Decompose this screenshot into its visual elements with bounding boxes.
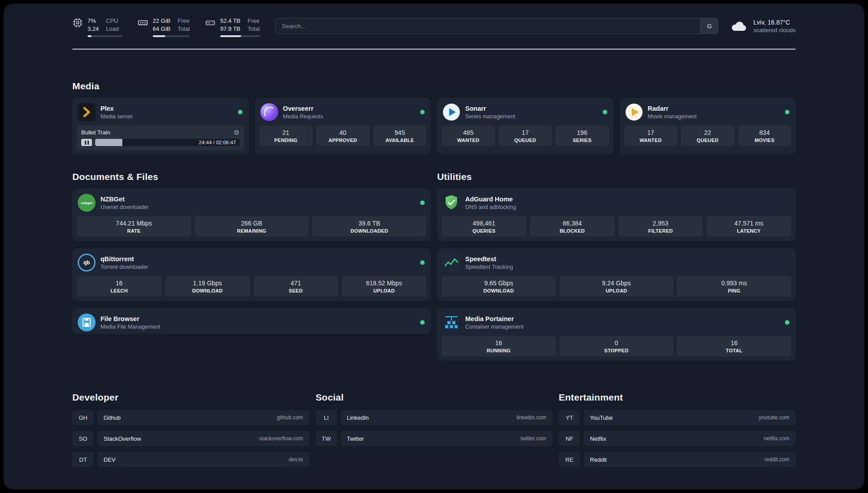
section-title-media: Media: [72, 81, 796, 92]
stat-value: 471: [291, 280, 301, 287]
stat-tile: 16TOTAL: [677, 336, 791, 356]
section-social: Social LI LinkedInlinkedin.com TW Twitte…: [316, 392, 553, 467]
radarr-icon: [625, 103, 643, 121]
app-link-radarr[interactable]: Radarr Movie management: [624, 102, 792, 125]
stat-label: RUNNING: [487, 348, 510, 353]
bookmark-abbr: SO: [72, 431, 94, 446]
app-link-adguard[interactable]: AdGuard Home DNS and adblocking: [442, 193, 791, 216]
bookmark-name: Twitter: [347, 435, 364, 442]
stat-label: DOWNLOAD: [484, 288, 514, 293]
bookmark-name: DEV: [104, 456, 116, 463]
stat-value: 16: [730, 339, 738, 347]
section-title-social: Social: [316, 392, 553, 403]
cloud-icon: [730, 19, 748, 33]
stat-value: 86,384: [563, 220, 582, 227]
stat-tile: 40APPROVED: [316, 125, 370, 146]
status-dot-qbittorrent: [420, 260, 425, 265]
memory-stat: 22 GiB 64 GiB Free Total: [138, 17, 190, 37]
stat-value: 17: [647, 129, 654, 136]
dashboard-panel: 7% 3.24 CPU Load: [4, 4, 864, 489]
app-link-qbittorrent[interactable]: qb qBittorrent Torrent downloader: [77, 253, 426, 276]
cpu-usage-fill: [88, 35, 92, 37]
bookmark-dev[interactable]: DT DEVdev.to: [72, 452, 309, 467]
app-desc-nzbget: Usenet downloader: [100, 204, 149, 210]
stat-tile: 16RUNNING: [442, 336, 556, 356]
app-link-sonarr[interactable]: Sonarr Series management: [442, 102, 609, 125]
bookmark-abbr: YT: [559, 410, 580, 425]
bookmark-name: Netflix: [590, 435, 606, 442]
bookmark-stackoverflow[interactable]: SO StackOverflowstackoverflow.com: [72, 431, 309, 446]
app-desc-plex: Media server: [100, 113, 133, 120]
now-playing-title: Bullet Train: [81, 129, 110, 136]
app-name-radarr: Radarr: [648, 105, 697, 112]
stat-label: WANTED: [640, 138, 662, 143]
bookmark-github[interactable]: GH Githubgithub.com: [72, 410, 309, 425]
cpu-load-label: Load: [106, 25, 119, 33]
stat-tile: 47.571 msLATENCY: [706, 216, 791, 237]
stat-label: WANTED: [457, 138, 479, 143]
stat-value: 485: [463, 129, 473, 136]
search-bar: G: [275, 18, 718, 34]
stat-label: AVAILABLE: [385, 138, 414, 143]
overseerr-icon: [260, 103, 278, 121]
bookmark-url: twitter.com: [521, 435, 546, 442]
app-name-portainer: Media Portainer: [465, 315, 524, 322]
disk-free-value: 52.4 TB: [220, 17, 240, 25]
stat-value: 1.19 Gbps: [193, 280, 222, 287]
bookmark-url: github.com: [277, 414, 303, 421]
app-name-qbittorrent: qBittorrent: [100, 255, 148, 263]
sonarr-icon: [442, 103, 460, 121]
nzbget-icon: nzbget: [78, 194, 96, 212]
bookmark-twitter[interactable]: TW Twittertwitter.com: [316, 431, 553, 446]
cpu-percent: 7%: [88, 17, 99, 25]
app-card-adguard: AdGuard Home DNS and adblocking 498,461Q…: [437, 188, 796, 241]
stat-tile: 498,461QUERIES: [442, 216, 526, 237]
memory-free-value: 22 GiB: [153, 17, 171, 25]
pause-button[interactable]: [81, 139, 92, 146]
disk-total-label: Total: [248, 25, 260, 33]
app-card-qbittorrent: qb qBittorrent Torrent downloader 16LEEC…: [72, 248, 431, 301]
now-playing-widget: Bullet Train ⚙ 24:44 / 02:06:47: [77, 125, 244, 150]
seek-bar[interactable]: 24:44 / 02:06:47: [95, 139, 240, 146]
app-desc-radarr: Movie management: [648, 113, 697, 120]
app-link-plex[interactable]: Plex Media server: [77, 102, 244, 125]
section-utilities: Utilities: [437, 171, 796, 361]
app-desc-adguard: DNS and adblocking: [465, 204, 516, 210]
bookmark-linkedin[interactable]: LI LinkedInlinkedin.com: [316, 410, 553, 425]
app-card-nzbget: nzbget NZBGet Usenet downloader 744.21 M…: [72, 188, 431, 241]
search-engine-button[interactable]: G: [700, 18, 718, 33]
stat-value: 945: [395, 129, 405, 136]
app-link-nzbget[interactable]: nzbget NZBGet Usenet downloader: [77, 193, 426, 216]
app-link-portainer[interactable]: Media Portainer Container management: [442, 313, 791, 336]
stat-label: DOWNLOADED: [351, 228, 388, 234]
search-input[interactable]: [275, 18, 700, 33]
stat-value: 834: [760, 129, 770, 136]
stat-tile: 1.19 GbpsDOWNLOAD: [165, 276, 250, 297]
stat-value: 266 GB: [241, 220, 262, 227]
app-card-sonarr: Sonarr Series management 485WANTED 17QUE…: [437, 98, 613, 155]
stat-label: RATE: [127, 228, 141, 234]
stat-value: 21: [282, 129, 289, 136]
bookmark-netflix[interactable]: NF Netflixnetflix.com: [559, 431, 796, 446]
app-link-filebrowser[interactable]: File Browser Media File Management: [77, 313, 426, 333]
status-dot-nzbget: [420, 201, 425, 205]
bookmark-youtube[interactable]: YT YouTubeyoutube.com: [559, 410, 796, 425]
gear-icon[interactable]: ⚙: [234, 129, 239, 136]
app-desc-overseerr: Media Requests: [283, 113, 323, 120]
bookmark-reddit[interactable]: RE Redditreddit.com: [559, 452, 796, 467]
app-link-overseerr[interactable]: Overseerr Media Requests: [259, 102, 427, 125]
stat-label: QUEUED: [697, 138, 718, 143]
bookmark-abbr: GH: [72, 410, 94, 425]
app-link-speedtest[interactable]: Speedtest Speedtest Tracking: [442, 253, 791, 276]
stat-value: 9.24 Gbps: [602, 280, 631, 287]
section-documents: Documents & Files nzbget NZBGet Usenet d…: [72, 171, 431, 361]
weather-location: Lviv, 16.87°C: [753, 18, 796, 27]
stat-label: STOPPED: [604, 348, 628, 353]
memory-usage-bar: [153, 35, 190, 37]
stat-value: 16: [495, 339, 502, 347]
cpu-usage-bar: [88, 35, 122, 37]
stat-label: FILTERED: [648, 228, 673, 234]
bookmark-name: Reddit: [590, 456, 607, 463]
stat-label: PING: [728, 288, 740, 293]
bookmark-name: Github: [104, 414, 121, 421]
